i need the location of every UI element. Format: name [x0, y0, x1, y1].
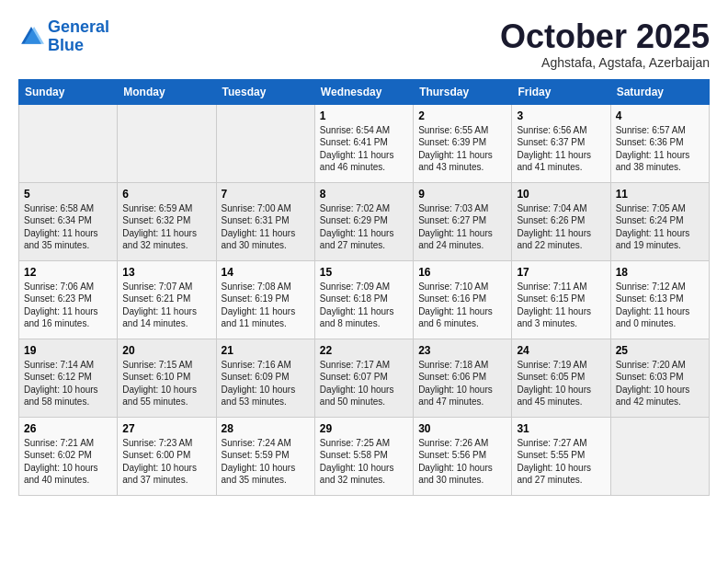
day-info: Sunrise: 6:58 AMSunset: 6:34 PMDaylight:… [24, 203, 98, 251]
location-subtitle: Aghstafa, Agstafa, Azerbaijan [500, 55, 710, 70]
calendar-week-row: 19Sunrise: 7:14 AMSunset: 6:12 PMDayligh… [19, 339, 710, 417]
calendar-week-row: 1Sunrise: 6:54 AMSunset: 6:41 PMDaylight… [19, 104, 710, 182]
calendar-cell [610, 417, 709, 495]
day-number: 25 [616, 344, 704, 357]
calendar-cell: 10Sunrise: 7:04 AMSunset: 6:26 PMDayligh… [512, 182, 610, 260]
calendar-cell: 26Sunrise: 7:21 AMSunset: 6:02 PMDayligh… [19, 417, 118, 495]
day-info: Sunrise: 7:16 AMSunset: 6:09 PMDaylight:… [222, 360, 296, 408]
day-info: Sunrise: 7:04 AMSunset: 6:26 PMDaylight:… [517, 203, 591, 251]
day-info: Sunrise: 7:20 AMSunset: 6:03 PMDaylight:… [616, 360, 690, 408]
day-number: 9 [418, 188, 506, 201]
calendar-cell: 28Sunrise: 7:24 AMSunset: 5:59 PMDayligh… [216, 417, 314, 495]
day-number: 15 [320, 266, 408, 279]
day-number: 4 [616, 109, 704, 122]
day-number: 27 [122, 422, 210, 435]
day-number: 16 [418, 266, 506, 279]
day-info: Sunrise: 7:14 AMSunset: 6:12 PMDaylight:… [24, 360, 98, 408]
calendar-table: SundayMondayTuesdayWednesdayThursdayFrid… [18, 79, 710, 496]
calendar-cell: 11Sunrise: 7:05 AMSunset: 6:24 PMDayligh… [610, 182, 709, 260]
calendar-week-row: 5Sunrise: 6:58 AMSunset: 6:34 PMDaylight… [19, 182, 710, 260]
weekday-header: Thursday [414, 79, 512, 104]
weekday-header: Tuesday [216, 79, 314, 104]
month-title: October 2025 [500, 18, 710, 55]
day-info: Sunrise: 6:57 AMSunset: 6:36 PMDaylight:… [616, 125, 690, 173]
page-header: General Blue October 2025 Aghstafa, Agst… [18, 18, 710, 70]
calendar-cell: 14Sunrise: 7:08 AMSunset: 6:19 PMDayligh… [216, 260, 314, 339]
day-number: 14 [222, 266, 310, 279]
calendar-week-row: 12Sunrise: 7:06 AMSunset: 6:23 PMDayligh… [19, 260, 710, 339]
day-info: Sunrise: 7:06 AMSunset: 6:23 PMDaylight:… [24, 282, 98, 329]
calendar-cell: 3Sunrise: 6:56 AMSunset: 6:37 PMDaylight… [512, 104, 610, 182]
day-number: 23 [418, 344, 506, 357]
day-info: Sunrise: 7:03 AMSunset: 6:27 PMDaylight:… [418, 203, 493, 251]
calendar-cell: 23Sunrise: 7:18 AMSunset: 6:06 PMDayligh… [414, 339, 512, 417]
calendar-cell: 2Sunrise: 6:55 AMSunset: 6:39 PMDaylight… [414, 104, 512, 182]
calendar-cell: 31Sunrise: 7:27 AMSunset: 5:55 PMDayligh… [512, 417, 610, 495]
calendar-cell: 1Sunrise: 6:54 AMSunset: 6:41 PMDaylight… [314, 104, 413, 182]
calendar-cell: 18Sunrise: 7:12 AMSunset: 6:13 PMDayligh… [610, 260, 709, 339]
day-info: Sunrise: 7:00 AMSunset: 6:31 PMDaylight:… [222, 203, 296, 251]
calendar-cell: 25Sunrise: 7:20 AMSunset: 6:03 PMDayligh… [610, 339, 709, 417]
day-number: 20 [122, 344, 210, 357]
logo-text: General Blue [48, 18, 109, 55]
day-info: Sunrise: 7:15 AMSunset: 6:10 PMDaylight:… [122, 360, 197, 408]
calendar-cell: 15Sunrise: 7:09 AMSunset: 6:18 PMDayligh… [314, 260, 413, 339]
calendar-cell [118, 104, 216, 182]
logo: General Blue [18, 18, 109, 55]
day-info: Sunrise: 6:55 AMSunset: 6:39 PMDaylight:… [418, 125, 493, 173]
day-number: 6 [122, 188, 210, 201]
day-number: 8 [320, 188, 408, 201]
day-number: 18 [616, 266, 704, 279]
calendar-cell: 24Sunrise: 7:19 AMSunset: 6:05 PMDayligh… [512, 339, 610, 417]
day-number: 10 [517, 188, 605, 201]
day-number: 22 [320, 344, 408, 357]
day-number: 1 [320, 109, 408, 122]
day-number: 3 [517, 109, 605, 122]
header-row: SundayMondayTuesdayWednesdayThursdayFrid… [19, 79, 710, 104]
calendar-cell: 30Sunrise: 7:26 AMSunset: 5:56 PMDayligh… [414, 417, 512, 495]
day-info: Sunrise: 7:02 AMSunset: 6:29 PMDaylight:… [320, 203, 394, 251]
day-info: Sunrise: 7:25 AMSunset: 5:58 PMDaylight:… [320, 438, 394, 486]
day-info: Sunrise: 7:11 AMSunset: 6:15 PMDaylight:… [517, 282, 591, 329]
day-number: 5 [24, 188, 112, 201]
day-info: Sunrise: 7:27 AMSunset: 5:55 PMDaylight:… [517, 438, 591, 486]
weekday-header: Wednesday [314, 79, 413, 104]
weekday-header: Saturday [610, 79, 709, 104]
calendar-cell: 13Sunrise: 7:07 AMSunset: 6:21 PMDayligh… [118, 260, 216, 339]
day-info: Sunrise: 7:24 AMSunset: 5:59 PMDaylight:… [222, 438, 296, 486]
calendar-cell [19, 104, 118, 182]
day-number: 31 [517, 422, 605, 435]
calendar-cell: 29Sunrise: 7:25 AMSunset: 5:58 PMDayligh… [314, 417, 413, 495]
day-number: 24 [517, 344, 605, 357]
day-info: Sunrise: 7:21 AMSunset: 6:02 PMDaylight:… [24, 438, 98, 486]
day-info: Sunrise: 6:59 AMSunset: 6:32 PMDaylight:… [122, 203, 197, 251]
calendar-cell: 6Sunrise: 6:59 AMSunset: 6:32 PMDaylight… [118, 182, 216, 260]
day-info: Sunrise: 7:08 AMSunset: 6:19 PMDaylight:… [222, 282, 296, 329]
day-number: 28 [222, 422, 310, 435]
day-info: Sunrise: 7:23 AMSunset: 6:00 PMDaylight:… [122, 438, 197, 486]
calendar-cell: 12Sunrise: 7:06 AMSunset: 6:23 PMDayligh… [19, 260, 118, 339]
calendar-cell: 20Sunrise: 7:15 AMSunset: 6:10 PMDayligh… [118, 339, 216, 417]
day-info: Sunrise: 7:07 AMSunset: 6:21 PMDaylight:… [122, 282, 197, 329]
calendar-cell: 22Sunrise: 7:17 AMSunset: 6:07 PMDayligh… [314, 339, 413, 417]
calendar-cell: 19Sunrise: 7:14 AMSunset: 6:12 PMDayligh… [19, 339, 118, 417]
day-number: 12 [24, 266, 112, 279]
day-info: Sunrise: 7:09 AMSunset: 6:18 PMDaylight:… [320, 282, 394, 329]
day-number: 21 [222, 344, 310, 357]
calendar-cell [216, 104, 314, 182]
calendar-cell: 5Sunrise: 6:58 AMSunset: 6:34 PMDaylight… [19, 182, 118, 260]
day-number: 29 [320, 422, 408, 435]
weekday-header: Monday [118, 79, 216, 104]
day-number: 30 [418, 422, 506, 435]
day-info: Sunrise: 6:56 AMSunset: 6:37 PMDaylight:… [517, 125, 591, 173]
day-number: 17 [517, 266, 605, 279]
day-info: Sunrise: 7:19 AMSunset: 6:05 PMDaylight:… [517, 360, 591, 408]
calendar-cell: 21Sunrise: 7:16 AMSunset: 6:09 PMDayligh… [216, 339, 314, 417]
day-number: 19 [24, 344, 112, 357]
day-info: Sunrise: 7:05 AMSunset: 6:24 PMDaylight:… [616, 203, 690, 251]
day-number: 26 [24, 422, 112, 435]
day-number: 7 [222, 188, 310, 201]
calendar-cell: 4Sunrise: 6:57 AMSunset: 6:36 PMDaylight… [610, 104, 709, 182]
day-info: Sunrise: 7:26 AMSunset: 5:56 PMDaylight:… [418, 438, 493, 486]
day-info: Sunrise: 6:54 AMSunset: 6:41 PMDaylight:… [320, 125, 394, 173]
